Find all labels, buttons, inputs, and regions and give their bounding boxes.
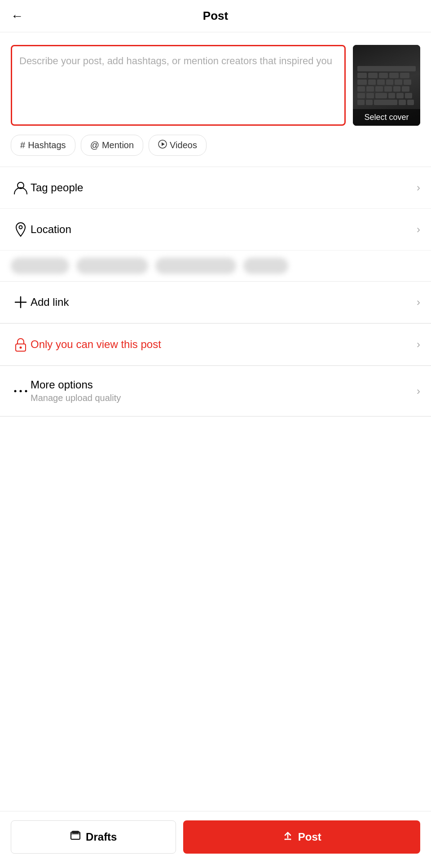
drafts-button[interactable]: Drafts [11,820,176,854]
privacy-item[interactable]: Only you can view this post › [0,324,431,366]
mention-icon: @ [90,140,99,150]
post-description-input[interactable]: Describe your post, add hashtags, or men… [11,45,346,126]
chevron-right-icon-5: › [417,385,420,397]
back-button[interactable]: ← [11,9,23,23]
cover-label: Select cover [353,109,420,126]
drafts-icon [70,830,81,844]
add-link-label: Add link [31,296,417,308]
post-icon [282,830,294,844]
more-options-label: More options [31,379,417,391]
lock-icon [11,336,31,352]
post-button[interactable]: Post [183,820,420,854]
mention-label: Mention [102,140,134,150]
more-options-item[interactable]: More options Manage upload quality › [0,366,431,416]
location-icon [11,221,31,238]
tag-people-content: Tag people [31,181,417,194]
dots-icon [11,383,31,399]
blur-pill-3 [155,258,236,274]
tag-people-item[interactable]: Tag people › [0,167,431,209]
drafts-label: Drafts [86,831,117,843]
chevron-right-icon-2: › [417,223,420,236]
svg-point-3 [19,226,22,229]
chevron-right-icon: › [417,181,420,194]
location-item[interactable]: Location › [0,209,431,251]
svg-point-10 [25,390,27,392]
blur-pill-4 [243,258,288,274]
post-input-row: Describe your post, add hashtags, or men… [0,32,431,135]
location-content: Location [31,223,417,236]
svg-point-15 [284,839,286,840]
more-options-sublabel: Manage upload quality [31,393,417,403]
hashtags-chip[interactable]: # Hashtags [11,135,75,156]
svg-point-9 [20,390,22,392]
add-link-item[interactable]: Add link › [0,282,431,323]
cover-thumbnail[interactable]: Select cover [353,45,420,126]
svg-marker-1 [162,142,165,146]
bottom-bar: Drafts Post [0,811,431,868]
add-link-content: Add link [31,296,417,308]
chevron-right-icon-4: › [417,338,420,351]
blur-pill-1 [11,258,69,274]
plus-icon [11,294,31,310]
svg-point-16 [290,839,291,840]
header: ← Post [0,0,431,32]
mention-chip[interactable]: @ Mention [81,135,143,156]
play-icon [158,140,167,151]
post-label: Post [298,831,321,843]
hashtags-label: Hashtags [28,140,66,150]
more-options-content: More options Manage upload quality [31,379,417,403]
page-title: Post [203,9,228,23]
blur-pill-2 [76,258,148,274]
hashtag-icon: # [20,140,25,150]
privacy-label: Only you can view this post [31,338,417,351]
svg-point-7 [20,347,22,349]
privacy-content: Only you can view this post [31,338,417,351]
chevron-right-icon-3: › [417,296,420,308]
spacer [0,417,431,480]
tag-people-label: Tag people [31,181,417,194]
videos-chip[interactable]: Videos [149,135,207,156]
videos-label: Videos [170,140,197,150]
location-suggestions [0,251,431,281]
svg-point-8 [14,390,17,392]
person-icon [11,180,31,196]
post-placeholder: Describe your post, add hashtags, or men… [19,55,332,66]
location-label: Location [31,223,417,236]
tag-chips-row: # Hashtags @ Mention Videos [0,135,431,167]
